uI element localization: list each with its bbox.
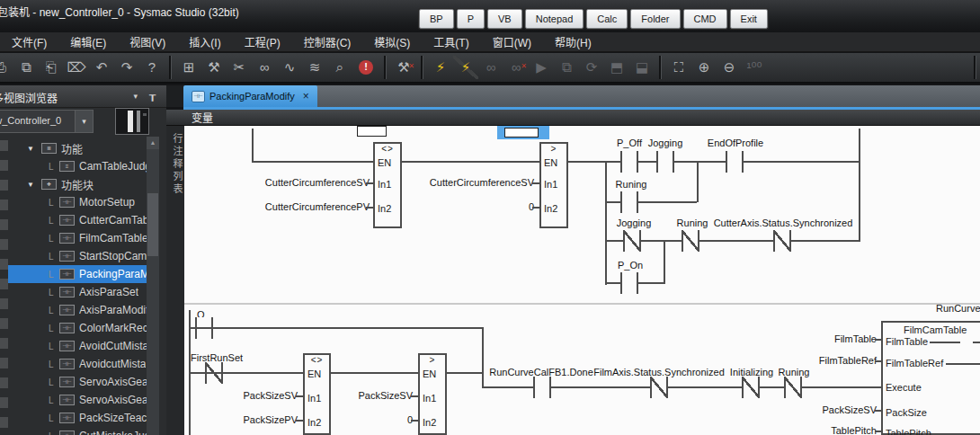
operand-label[interactable]: PackSizeSV [243,390,298,401]
operand-label[interactable]: CutterCircumferencePV [265,201,370,212]
undo-icon[interactable]: ↶ [89,56,114,79]
tree-item[interactable]: L ⊣⊢ ServoAxisGearI [8,373,147,391]
menu-item[interactable]: 插入(I) [177,32,232,51]
zoom-out-icon[interactable]: ⊖ [717,56,742,79]
menu-item[interactable]: 控制器(C) [292,32,363,51]
tree-item[interactable]: L ⊣⊢ AvoidCutMista [8,337,147,355]
expand-arrow-icon[interactable]: ▼ [27,181,41,189]
tree-scrollbar-track[interactable] [147,137,159,435]
contact-no-runing[interactable] [620,191,638,213]
separator[interactable] [659,56,662,79]
transfer-to-controller-icon[interactable]: ⬒ [604,56,629,79]
expand-arrow-icon[interactable]: ▼ [27,145,41,153]
contact-label[interactable]: Jogging [648,138,683,148]
print-icon[interactable]: ⎙ [0,56,13,79]
launcher-button[interactable]: P [457,9,485,29]
stop-monitor-icon[interactable]: ∞ [503,56,529,79]
line-comment-list-tab[interactable]: 行注释列表 [166,126,184,435]
scroll-up-icon[interactable]: ▲ [147,137,159,149]
filmcamtable-function-block[interactable]: FilmCamTable FilmTable FilmTableRef Exec… [881,321,980,435]
operand-label[interactable]: FilmTable [834,333,877,344]
contact-label[interactable]: CutterAxis.Status.Synchronized [714,218,853,228]
tree-item[interactable]: L ⊣⊢ FilmCamTableC [8,229,147,247]
chevron-down-icon[interactable]: ▾ [75,111,93,132]
separator[interactable] [421,56,423,79]
separator[interactable] [974,56,976,79]
contact-label[interactable]: P_Off [617,138,642,148]
tab-packingparamodify[interactable]: ⊣⊢ PackingParaModify × [183,85,317,107]
watch-window-icon[interactable]: ∿ [277,56,302,79]
contact-label[interactable]: Runing [616,179,647,190]
menu-item[interactable]: 工具(T) [422,32,480,51]
tree-item[interactable]: L ⊣⊢ ServoAxisGearl [8,391,147,409]
contact-nc-initializing[interactable] [742,377,760,398]
io-check-icon[interactable]: ∞ [252,56,277,79]
tree-item[interactable]: L ⊣⊢ MotorSetup [8,193,147,211]
fb-instance-name[interactable]: RunCurveT [936,303,980,314]
zoom-fit-icon[interactable]: ⛶ [666,56,691,79]
menu-item[interactable]: 文件(F) [0,32,58,51]
menu-item[interactable]: 工程(P) [233,32,292,51]
tree-item[interactable]: ▼ ❖ 功能块 [8,175,147,193]
menu-item[interactable]: 视图(V) [118,32,177,51]
search-icon[interactable]: ⌕ [327,56,352,79]
separator[interactable] [169,56,172,79]
tree-item[interactable]: L ⊣⊢ AxisParaModif [8,301,147,319]
tree-item[interactable]: L ⊣⊢ ColorMarkRect [8,319,147,337]
zoom-in-icon[interactable]: ⊕ [691,56,717,79]
launcher-button[interactable]: VB [487,9,522,29]
pin-icon[interactable]: ┰ [149,89,156,102]
controller-select[interactable]: new_Controller_0 ▾ [0,110,94,133]
contact-no-runcurvecalfb1-done[interactable] [533,377,551,398]
tree-item[interactable]: L ⊣⊢ AxisParaSet [8,283,147,301]
contact-no-p-off[interactable] [620,151,638,173]
delete-icon[interactable]: ⌦ [64,56,89,79]
operand-label[interactable]: CutterCircumferenceSV [265,177,370,188]
redo-icon[interactable]: ↷ [114,56,139,79]
help-icon[interactable]: ? [139,56,165,79]
menu-item[interactable]: 编辑(E) [58,32,118,51]
contact-no-endofprofile[interactable] [726,151,744,173]
transfer-from-controller-icon[interactable]: ⬓ [629,56,655,79]
synchronize-icon[interactable]: ⟳ [579,56,604,79]
operand-label[interactable]: FilmTableRef [819,355,877,366]
contact-nc-jogging[interactable] [623,230,641,252]
paste-icon[interactable]: ⎗ [39,56,64,79]
tree-item[interactable]: ▼ ≣ 功能 [8,139,147,157]
launcher-button[interactable]: BP [419,9,454,29]
operand-label[interactable]: PackSizeSV [358,390,413,401]
menu-item[interactable]: 窗口(W) [481,32,543,51]
contact-nc-cutteraxis-synchronized[interactable] [773,230,791,252]
contact-label[interactable]: EndOfProfile [708,138,763,148]
operand-label[interactable]: CutterCircumferenceSV [430,177,534,188]
zoom-100-icon[interactable]: ¹⁰⁰ [742,56,767,79]
copy-icon[interactable]: ⧉ [13,56,39,79]
edit-tool-icon[interactable]: ⚒ [391,56,416,79]
ladder-cell-box[interactable] [357,126,387,137]
run-mode-icon[interactable]: ▶ [529,56,554,79]
contact-label[interactable]: Jogging [617,218,652,228]
launcher-button[interactable]: CMD [683,9,727,29]
tree-item[interactable]: L ⊣⊢ CutterCamTabl [8,211,147,229]
selected-cell-highlight[interactable] [497,126,549,139]
contact-label[interactable]: Runing [677,218,708,228]
contact-nc-filmaxis-synchronized[interactable] [650,377,668,398]
menu-item[interactable]: 帮助(H) [543,32,603,51]
launcher-button[interactable]: Folder [630,9,680,29]
launcher-button[interactable]: Notepad [525,9,584,29]
error-list-icon[interactable]: ! [359,60,373,75]
launcher-button[interactable]: Calc [586,9,628,29]
tree-item[interactable]: L ⊣⊢ CutMistakeJud [8,427,147,435]
compare-neq-block[interactable]: <> EN In1 In2 [303,353,331,435]
tree-item[interactable]: L ⊣⊢ StartStopCamT [8,247,147,265]
tree-scrollbar-thumb[interactable] [147,193,158,256]
program-mode-icon[interactable]: ⧉ [554,56,579,79]
build-icon[interactable]: ⚒ [201,56,227,79]
contact-nc-runing[interactable] [784,377,802,398]
contact-label[interactable]: P_On [618,260,643,271]
contact-no-p-on[interactable] [620,272,638,294]
operand-label[interactable]: TablePitch [831,425,877,435]
tree-item[interactable]: L ≡ CamTableJudg [8,157,147,175]
tree-item[interactable]: L ⊣⊢ PackingParaM [8,265,147,283]
build-window-icon[interactable]: ⊞ [176,56,201,79]
